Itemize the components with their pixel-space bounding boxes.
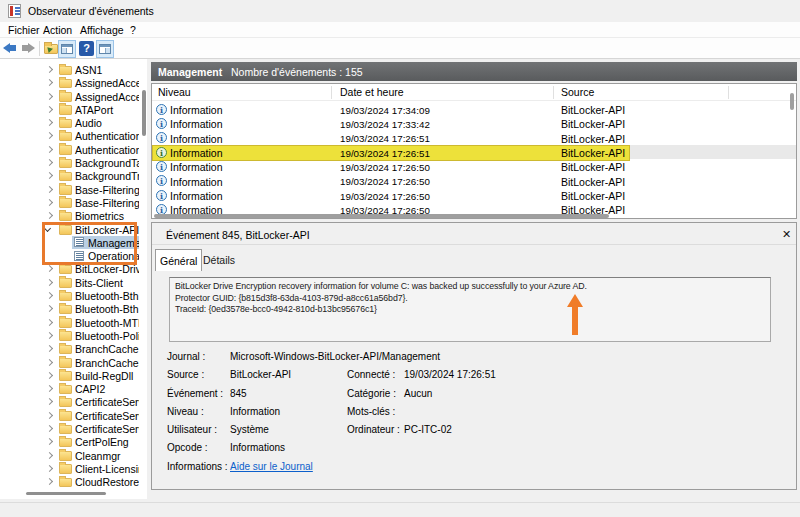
tree-item-base-filtering-[interactable]: Base-Filtering- — [0, 183, 139, 196]
tree-item-build-regdll[interactable]: Build-RegDll — [0, 369, 139, 382]
tree-item-capi2[interactable]: CAPI2 — [0, 382, 139, 395]
tree-item-audio[interactable]: Audio — [0, 116, 139, 129]
chevron-right-icon[interactable] — [46, 345, 53, 352]
event-row[interactable]: iInformation19/03/2024 17:33:42BitLocker… — [152, 116, 796, 130]
close-icon[interactable]: ✕ — [782, 228, 791, 241]
console-tree: ASN1AssignedAccesAssignedAccesATAPortAud… — [0, 63, 139, 489]
back-icon[interactable] — [3, 43, 10, 53]
forward-icon[interactable] — [28, 43, 35, 53]
tree-item-certpoleng[interactable]: CertPolEng — [0, 435, 139, 448]
tree-item-client-licensin[interactable]: Client-Licensin — [0, 462, 139, 475]
tree-item-biometrics[interactable]: Biometrics — [0, 209, 139, 222]
chevron-right-icon[interactable] — [46, 398, 53, 405]
chevron-right-icon[interactable] — [46, 186, 53, 193]
chevron-right-icon[interactable] — [46, 412, 53, 419]
folder-icon — [59, 478, 72, 488]
chevron-right-icon[interactable] — [46, 385, 53, 392]
tree-item-bits-client[interactable]: Bits-Client — [0, 276, 139, 289]
event-row[interactable]: iInformation19/03/2024 17:34:09BitLocker… — [152, 102, 796, 116]
open-folder-icon[interactable] — [44, 44, 58, 54]
console-tree-icon — [61, 44, 73, 54]
title-bar: Observateur d'événements — [0, 0, 800, 22]
tree-item-bluetooth-mtp[interactable]: Bluetooth-MTP — [0, 316, 139, 329]
tree-item-bluetooth-bth[interactable]: Bluetooth-Bth — [0, 289, 139, 302]
menu-affichage[interactable]: Affichage — [80, 24, 124, 36]
chevron-right-icon[interactable] — [46, 478, 53, 485]
event-row[interactable]: iInformation19/03/2024 17:26:51BitLocker… — [152, 145, 796, 159]
tree-item-branchcache[interactable]: BranchCache — [0, 342, 139, 355]
field-connected-value: 19/03/2024 17:26:51 — [404, 369, 496, 380]
tree-item-cleanmgr[interactable]: Cleanmgr — [0, 449, 139, 462]
folder-icon — [59, 159, 72, 169]
chevron-right-icon[interactable] — [46, 172, 53, 179]
tree-item-authentication[interactable]: Authentication — [0, 129, 139, 142]
tab-general[interactable]: Général — [155, 249, 202, 271]
show-action-pane-button[interactable] — [96, 40, 114, 58]
column-date[interactable]: Date et heure — [340, 86, 404, 98]
chevron-right-icon[interactable] — [46, 319, 53, 326]
chevron-right-icon[interactable] — [46, 332, 53, 339]
event-row[interactable]: iInformation19/03/2024 17:26:50BitLocker… — [152, 188, 796, 202]
tree-item-assignedacces[interactable]: AssignedAcces — [0, 76, 139, 89]
menu-help[interactable]: ? — [130, 24, 136, 36]
tree-item-certificateserv[interactable]: CertificateServ — [0, 422, 139, 435]
chevron-right-icon[interactable] — [46, 438, 53, 445]
chevron-right-icon[interactable] — [46, 93, 53, 100]
column-source[interactable]: Source — [561, 86, 594, 98]
tree-item-asn1[interactable]: ASN1 — [0, 63, 139, 76]
tree-item-authentication[interactable]: Authentication — [0, 143, 139, 156]
chevron-right-icon[interactable] — [46, 79, 53, 86]
table-horizontal-scrollbar[interactable] — [154, 214, 609, 218]
chevron-right-icon[interactable] — [46, 372, 53, 379]
chevron-right-icon[interactable] — [46, 106, 53, 113]
tree-item-assignedacces[interactable]: AssignedAcces — [0, 90, 139, 103]
field-event-label: Événement : — [167, 388, 223, 399]
folder-icon — [59, 105, 72, 115]
table-vertical-scrollbar[interactable] — [790, 93, 794, 110]
tree-vertical-scrollbar[interactable] — [142, 90, 146, 136]
tree-item-bluetooth-bth[interactable]: Bluetooth-Bth — [0, 302, 139, 315]
tree-item-bluetooth-poli[interactable]: Bluetooth-Poli — [0, 329, 139, 342]
event-row[interactable]: iInformation19/03/2024 17:26:50BitLocker… — [152, 159, 796, 173]
column-separator[interactable] — [553, 86, 554, 99]
menu-action[interactable]: Action — [43, 24, 72, 36]
tab-details[interactable]: Détails — [203, 254, 235, 266]
chevron-right-icon[interactable] — [46, 146, 53, 153]
chevron-right-icon[interactable] — [46, 66, 53, 73]
show-console-tree-button[interactable] — [58, 40, 76, 58]
tree-item-backgroundtra[interactable]: BackgroundTra — [0, 169, 139, 182]
event-row[interactable]: iInformation19/03/2024 17:26:50BitLocker… — [152, 174, 796, 188]
folder-icon — [59, 292, 72, 302]
chevron-right-icon[interactable] — [46, 358, 53, 365]
menu-fichier[interactable]: Fichier — [8, 24, 40, 36]
event-message-box[interactable]: BitLocker Drive Encryption recovery info… — [169, 277, 771, 342]
chevron-right-icon[interactable] — [46, 199, 53, 206]
field-keywords-label: Mots-clés : — [347, 406, 395, 417]
chevron-right-icon[interactable] — [46, 265, 53, 272]
column-separator[interactable] — [728, 86, 729, 99]
chevron-right-icon[interactable] — [46, 132, 53, 139]
chevron-right-icon[interactable] — [46, 425, 53, 432]
chevron-right-icon[interactable] — [46, 452, 53, 459]
chevron-right-icon[interactable] — [46, 292, 53, 299]
help-icon[interactable]: ? — [79, 41, 94, 56]
chevron-right-icon[interactable] — [46, 305, 53, 312]
chevron-right-icon[interactable] — [46, 279, 53, 286]
tree-item-base-filtering-[interactable]: Base-Filtering- — [0, 196, 139, 209]
event-rows: iInformation19/03/2024 17:34:09BitLocker… — [152, 102, 796, 217]
tree-item-backgroundta[interactable]: BackgroundTa — [0, 156, 139, 169]
chevron-right-icon[interactable] — [46, 212, 53, 219]
chevron-right-icon[interactable] — [46, 119, 53, 126]
tree-item-certificateserv[interactable]: CertificateServ — [0, 395, 139, 408]
tree-horizontal-scrollbar[interactable] — [26, 492, 106, 495]
tree-item-certificateserv[interactable]: CertificateServ — [0, 409, 139, 422]
help-journal-link[interactable]: Aide sur le Journal — [230, 461, 313, 472]
column-separator[interactable] — [331, 86, 332, 99]
chevron-right-icon[interactable] — [46, 465, 53, 472]
event-row[interactable]: iInformation19/03/2024 17:26:51BitLocker… — [152, 131, 796, 145]
chevron-right-icon[interactable] — [46, 159, 53, 166]
tree-item-ataport[interactable]: ATAPort — [0, 103, 139, 116]
tree-item-branchcaches[interactable]: BranchCacheS — [0, 356, 139, 369]
column-niveau[interactable]: Niveau — [158, 86, 191, 98]
tree-item-cloudrestorel[interactable]: CloudRestoreL — [0, 475, 139, 488]
